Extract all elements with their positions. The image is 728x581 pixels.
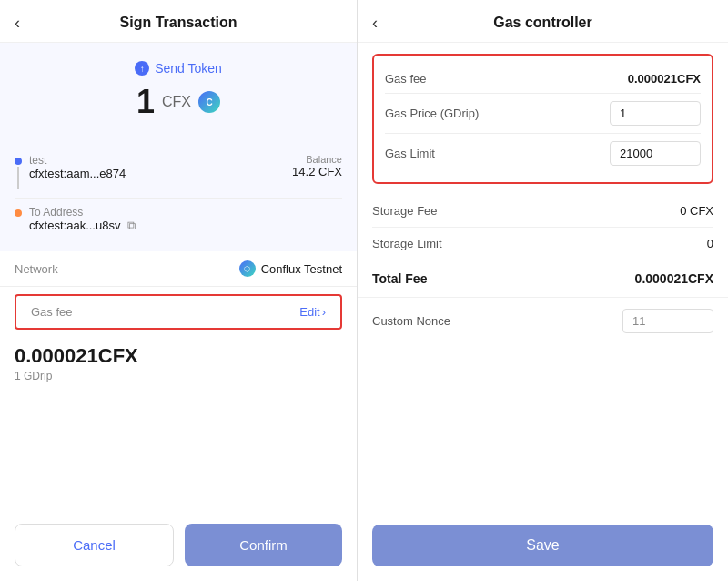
gas-controller-title: Gas controller [372,15,713,31]
gas-fee-row: Gas fee Edit › [15,294,342,330]
send-token-label: ↑ Send Token [135,61,222,76]
chevron-right-icon: › [322,305,326,319]
gc-limit-row: Gas Limit [385,134,701,173]
right-back-icon[interactable]: ‹ [372,14,378,33]
gc-price-row: Gas Price (GDrip) [385,94,701,134]
from-address-row: test cfxtest:aam...e874 Balance 14.2 CFX [15,147,342,199]
to-address: cfxtest:aak...u8sv ⧉ [29,219,136,233]
total-fee-label: Total Fee [372,271,427,286]
from-name: test [29,154,126,167]
dot-container [15,154,22,190]
gas-fee-label: Gas fee [31,305,73,319]
gas-amount-value: 0.000021CFX [15,344,342,368]
gas-limit-input[interactable] [610,141,701,166]
back-icon[interactable]: ‹ [15,14,20,33]
page-title: Sign Transaction [15,15,342,31]
confirm-button[interactable]: Confirm [185,524,342,566]
gc-storage-section: Storage Fee 0 CFX Storage Limit 0 [358,195,728,260]
network-row: Network ⬡ Conflux Testnet [0,251,357,287]
to-label: To Address [29,206,136,219]
from-address: cfxtest:aam...e874 [29,167,126,180]
network-value: ⬡ Conflux Testnet [239,260,342,277]
edit-gas-link[interactable]: Edit › [299,305,326,319]
send-token-section: ↑ Send Token 1 CFX C [0,43,357,136]
storage-limit-value: 0 [707,237,713,250]
gas-price-input[interactable] [610,101,701,126]
from-dot [15,158,22,165]
amount-row: 1 CFX C [136,83,220,121]
amount-currency: CFX [162,94,191,110]
to-dot [15,209,22,217]
storage-limit-row: Storage Limit 0 [372,228,713,260]
storage-fee-value: 0 CFX [680,204,713,218]
gc-limit-label: Gas Limit [385,147,435,160]
gc-fee-row: Gas fee 0.000021CFX [385,65,701,94]
balance-value: 14.2 CFX [292,165,342,178]
nonce-input[interactable] [622,309,713,333]
network-label: Network [15,262,58,276]
gc-highlighted-box: Gas fee 0.000021CFX Gas Price (GDrip) Ga… [372,54,713,184]
total-fee-value: 0.000021CFX [635,271,713,286]
network-icon: ⬡ [239,260,256,277]
left-header: ‹ Sign Transaction [0,0,357,43]
cfx-icon: C [198,91,220,113]
gc-fee-value: 0.000021CFX [628,72,701,86]
copy-icon[interactable]: ⧉ [127,219,136,232]
cancel-button[interactable]: Cancel [15,524,174,566]
save-button[interactable]: Save [372,525,713,566]
dot-line [17,167,19,189]
right-footer: Save [358,510,728,581]
left-panel: ‹ Sign Transaction ↑ Send Token 1 CFX C … [0,0,357,581]
storage-limit-label: Storage Limit [372,237,442,250]
total-fee-row: Total Fee 0.000021CFX [358,260,728,298]
gc-fee-label: Gas fee [385,72,427,86]
gas-sub-value: 1 GDrip [15,370,342,382]
gas-controller-highlighted: Gas fee 0.000021CFX Gas Price (GDrip) Ga… [358,43,728,195]
gas-amount-section: 0.000021CFX 1 GDrip [0,337,357,390]
gc-price-label: Gas Price (GDrip) [385,107,479,120]
right-header: ‹ Gas controller [358,0,728,43]
to-dot-container [15,206,22,217]
storage-fee-label: Storage Fee [372,204,438,218]
amount-value: 1 [136,83,155,121]
send-icon: ↑ [135,61,149,76]
addresses-section: test cfxtest:aam...e874 Balance 14.2 CFX… [0,136,357,251]
nonce-row: Custom Nonce [358,298,728,344]
right-panel: ‹ Gas controller Gas fee 0.000021CFX Gas… [357,0,728,581]
left-footer: Cancel Confirm [0,509,357,581]
to-address-row: To Address cfxtest:aak...u8sv ⧉ [15,199,342,240]
balance-label: Balance [292,154,342,165]
storage-fee-row: Storage Fee 0 CFX [372,195,713,228]
nonce-label: Custom Nonce [372,314,450,328]
